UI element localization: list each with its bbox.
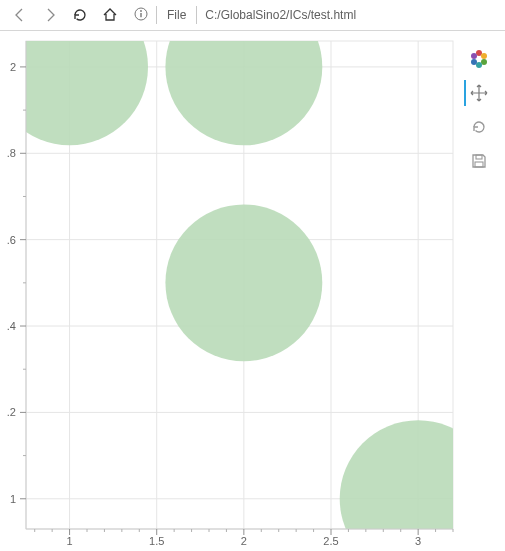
plot-toolbar: [463, 46, 493, 174]
svg-point-55: [481, 53, 487, 59]
reload-button[interactable]: [66, 1, 94, 29]
svg-point-56: [481, 59, 487, 65]
y-tick-label: .8: [7, 147, 16, 159]
reset-tool-button[interactable]: [464, 114, 492, 140]
y-tick-label: 2: [10, 61, 16, 73]
bokeh-logo-icon[interactable]: [464, 46, 492, 72]
x-tick-label: 2.5: [323, 535, 338, 547]
x-tick-label: 1.5: [149, 535, 164, 547]
info-icon: [134, 7, 148, 24]
y-tick-label: .6: [7, 234, 16, 246]
browser-bar: File C:/GlobalSino2/ICs/test.html: [0, 0, 505, 31]
pan-tool-button[interactable]: [464, 80, 492, 106]
plot-area[interactable]: 11.522.531.2.4.6.82: [0, 31, 455, 551]
forward-button[interactable]: [36, 1, 64, 29]
back-button[interactable]: [6, 1, 34, 29]
scatter-plot[interactable]: 11.522.531.2.4.6.82: [0, 31, 455, 551]
home-button[interactable]: [96, 1, 124, 29]
svg-point-54: [476, 50, 482, 56]
x-tick-label: 2: [241, 535, 247, 547]
y-tick-label: .4: [7, 320, 16, 332]
svg-point-1: [140, 10, 142, 12]
x-tick-label: 3: [415, 535, 421, 547]
svg-point-57: [476, 62, 482, 68]
y-tick-label: .2: [7, 406, 16, 418]
svg-rect-61: [475, 162, 483, 167]
data-point: [165, 204, 322, 361]
x-tick-label: 1: [67, 535, 73, 547]
scheme-label: File: [156, 6, 197, 24]
app-window: File C:/GlobalSino2/ICs/test.html 11.522…: [0, 0, 505, 551]
y-tick-label: 1: [10, 493, 16, 505]
address-bar[interactable]: File C:/GlobalSino2/ICs/test.html: [134, 6, 356, 24]
svg-point-58: [471, 59, 477, 65]
save-tool-button[interactable]: [464, 148, 492, 174]
svg-point-59: [471, 53, 477, 59]
url-path: C:/GlobalSino2/ICs/test.html: [205, 8, 356, 22]
svg-rect-2: [140, 13, 141, 17]
